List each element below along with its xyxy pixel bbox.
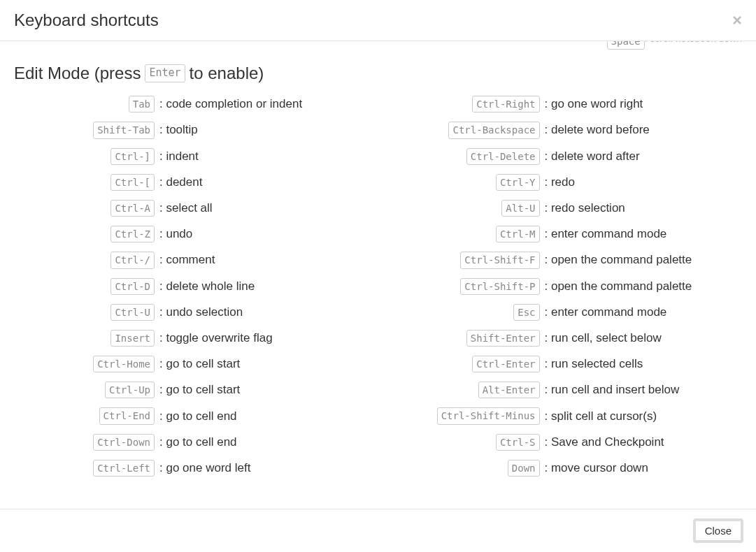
shortcut-key: Down (508, 460, 540, 477)
shortcut-keycell: Ctrl-Left (14, 460, 157, 477)
shortcut-key: Ctrl-Shift-F (460, 252, 539, 268)
shortcut-keycell: Ctrl-Down (14, 434, 157, 451)
shortcut-key: Ctrl-S (496, 434, 540, 451)
shortcut-row: Ctrl-End: go to cell end (14, 407, 357, 424)
shortcut-keycell: Shift-Tab (14, 122, 157, 138)
previous-section-peek: Space : scroll notebook down (14, 41, 742, 50)
shortcut-description: : toggle overwrite flag (157, 331, 357, 345)
shortcut-row: Shift-Tab: tooltip (14, 122, 357, 138)
shortcut-key: Ctrl-/ (110, 252, 155, 268)
shortcut-description: : go to cell start (157, 383, 357, 397)
shortcut-description: : run cell and insert below (543, 383, 743, 397)
shortcut-row: Ctrl-Home: go to cell start (14, 356, 357, 372)
shortcut-keycell: Ctrl-End (14, 407, 157, 424)
shortcut-description: : Save and Checkpoint (543, 435, 743, 449)
shortcut-row: Ctrl-Y: redo (399, 174, 743, 191)
shortcut-description: : run selected cells (543, 357, 743, 371)
shortcut-row: Ctrl-M: enter command mode (399, 226, 743, 242)
shortcut-description: : move cursor down (543, 461, 743, 475)
shortcut-keycell: Shift-Enter (399, 330, 543, 347)
shortcut-keycell: Ctrl-Enter (399, 356, 543, 372)
shortcut-key: Ctrl-Shift-Minus (437, 407, 540, 424)
heading-prefix: Edit Mode (press (14, 64, 141, 83)
shortcuts-left-column: Tab: code completion or indentShift-Tab:… (14, 96, 357, 486)
shortcut-key: Shift-Tab (93, 122, 155, 138)
shortcut-description: : undo selection (157, 305, 357, 319)
shortcut-row: Insert: toggle overwrite flag (14, 330, 357, 347)
shortcut-keycell: Ctrl-Home (14, 356, 157, 372)
shortcut-description: : delete word after (543, 150, 743, 164)
shortcut-key: Ctrl-Y (496, 174, 540, 191)
shortcut-description: : redo selection (543, 201, 743, 215)
shortcut-key: Ctrl-Shift-P (460, 278, 539, 295)
shortcut-key: Alt-U (501, 200, 539, 217)
shortcut-description: : go one word left (157, 461, 357, 475)
shortcut-key: Shift-Enter (466, 330, 540, 347)
shortcut-row: Ctrl-Shift-Minus: split cell at cursor(s… (399, 407, 743, 424)
shortcut-row: Ctrl-Left: go one word left (14, 460, 357, 477)
shortcut-keycell: Ctrl-Shift-Minus (399, 407, 543, 424)
shortcut-description: : undo (157, 227, 357, 241)
dialog-title: Keyboard shortcuts (14, 10, 159, 30)
shortcut-key: Ctrl-Home (93, 356, 155, 372)
shortcut-key: Ctrl-U (110, 304, 155, 321)
shortcut-key: Ctrl-A (110, 200, 155, 217)
shortcut-row: Tab: code completion or indent (14, 96, 357, 112)
dialog-footer: Close (0, 509, 756, 552)
dialog-body[interactable]: Space : scroll notebook down Edit Mode (… (0, 41, 756, 509)
shortcut-key: Ctrl-] (110, 148, 155, 165)
shortcut-description: : dedent (157, 175, 357, 189)
shortcut-key: Ctrl-Backspace (448, 122, 539, 138)
shortcut-key: Tab (129, 96, 155, 112)
shortcut-row: Ctrl-[: dedent (14, 174, 357, 191)
close-button[interactable]: Close (694, 520, 742, 542)
shortcut-row: Ctrl-U: undo selection (14, 304, 357, 321)
shortcut-key: Ctrl-M (496, 226, 540, 242)
shortcut-key: Ctrl-Delete (466, 148, 540, 165)
shortcut-row: Ctrl-Delete: delete word after (399, 148, 743, 165)
shortcut-keycell: Ctrl-U (14, 304, 157, 321)
shortcut-key: Alt-Enter (478, 382, 540, 398)
shortcut-description: : select all (157, 201, 357, 215)
shortcut-row: Ctrl-]: indent (14, 148, 357, 165)
shortcut-row: Ctrl-Up: go to cell start (14, 382, 357, 398)
shortcut-description: : tooltip (157, 123, 357, 137)
shortcut-key: Ctrl-D (110, 278, 155, 295)
close-icon[interactable]: × (732, 12, 742, 29)
shortcut-description: : go to cell end (157, 435, 357, 449)
shortcut-key: Ctrl-Up (105, 382, 155, 398)
shortcut-keycell: Ctrl-S (399, 434, 543, 451)
shortcut-keycell: Alt-U (399, 200, 543, 217)
shortcut-key: Ctrl-Left (93, 460, 155, 477)
shortcut-key: Space (607, 41, 645, 50)
shortcut-description: : delete whole line (157, 279, 357, 293)
shortcut-row: Ctrl-Shift-F: open the command palette (399, 252, 743, 268)
heading-suffix: to enable) (190, 64, 264, 83)
shortcut-row: Ctrl-Z: undo (14, 226, 357, 242)
shortcut-key: Ctrl-Enter (472, 356, 539, 372)
dialog-header: Keyboard shortcuts × (0, 0, 756, 41)
shortcut-key: Ctrl-End (99, 407, 155, 424)
edit-mode-heading: Edit Mode (press Enter to enable) (14, 64, 742, 83)
shortcut-keycell: Alt-Enter (399, 382, 543, 398)
shortcut-keycell: Ctrl-Z (14, 226, 157, 242)
shortcut-keycell: Ctrl-Up (14, 382, 157, 398)
shortcut-keycell: Down (399, 460, 543, 477)
shortcuts-columns: Tab: code completion or indentShift-Tab:… (14, 96, 742, 486)
shortcut-description: : open the command palette (543, 253, 743, 267)
shortcut-key: Ctrl-Z (110, 226, 155, 242)
keyboard-shortcuts-dialog: Keyboard shortcuts × Space : scroll note… (0, 0, 756, 552)
shortcut-row: Ctrl-Right: go one word right (399, 96, 743, 112)
shortcut-description: : run cell, select below (543, 331, 743, 345)
shortcut-keycell: Ctrl-Backspace (399, 122, 543, 138)
shortcut-row: Ctrl-/: comment (14, 252, 357, 268)
shortcut-description: : open the command palette (543, 279, 743, 293)
shortcut-description: : go to cell start (157, 357, 357, 371)
shortcut-keycell: Ctrl-A (14, 200, 157, 217)
shortcut-key: Ctrl-Down (93, 434, 155, 451)
shortcut-keycell: Tab (14, 96, 157, 112)
shortcut-description: : go to cell end (157, 409, 357, 423)
shortcut-key: Insert (110, 330, 155, 347)
shortcut-row: Ctrl-S: Save and Checkpoint (399, 434, 743, 451)
shortcut-keycell: Ctrl-Right (399, 96, 543, 112)
